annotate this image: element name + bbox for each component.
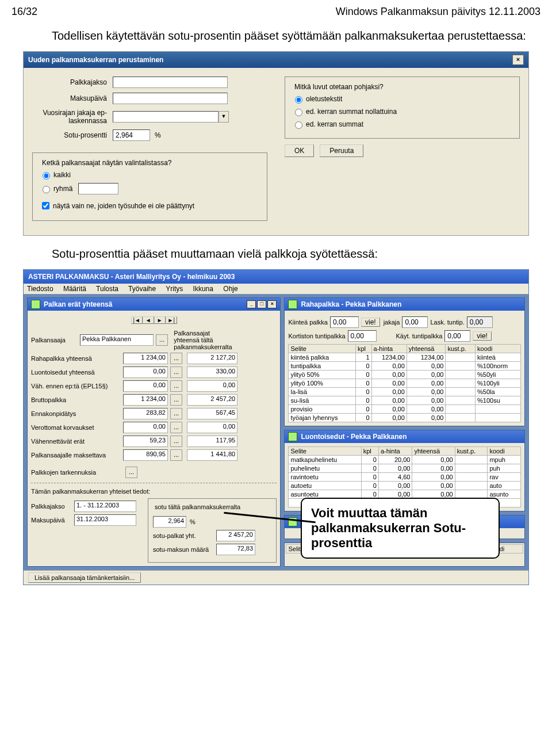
cell[interactable]: kiinteä xyxy=(476,353,521,362)
cell[interactable]: 0,00 xyxy=(407,388,446,396)
menu-item[interactable]: Tiedosto xyxy=(27,285,53,293)
radio-nollattuina[interactable] xyxy=(295,109,302,116)
add-employee-button[interactable]: Lisää palkansaaja tämänkertaisiin... xyxy=(28,572,141,583)
cell[interactable]: ylityö 100% xyxy=(289,379,356,388)
cell[interactable]: 0,00 xyxy=(371,388,407,396)
cell[interactable]: 0 xyxy=(361,473,378,482)
cell[interactable] xyxy=(476,405,521,414)
cell[interactable]: rav xyxy=(488,473,521,482)
cell[interactable]: 0,00 xyxy=(412,473,455,482)
cell[interactable]: 0,00 xyxy=(412,482,455,490)
cell[interactable]: 0,00 xyxy=(371,371,407,379)
kiintea-input[interactable] xyxy=(330,316,359,328)
cell[interactable]: matkapuhelinetu xyxy=(289,456,361,464)
sotu-input[interactable] xyxy=(113,129,150,141)
nav-prev-icon[interactable]: ◄ xyxy=(143,316,154,324)
cell[interactable]: 0,00 xyxy=(378,464,412,473)
close-icon[interactable]: × xyxy=(267,300,277,308)
cell[interactable]: työajan lyhennys xyxy=(289,414,356,422)
maksupaiva-input[interactable] xyxy=(113,93,228,104)
cell[interactable] xyxy=(446,414,476,422)
cell[interactable]: mpuh xyxy=(488,456,521,464)
detail-button[interactable]: ... xyxy=(170,422,182,433)
cell[interactable] xyxy=(446,388,476,396)
cell[interactable]: 1234,00 xyxy=(371,353,407,362)
cell[interactable]: 0 xyxy=(355,388,371,396)
nav-next-icon[interactable]: ► xyxy=(154,316,166,324)
cell[interactable]: la-lisä xyxy=(289,388,356,396)
detail-button[interactable]: ... xyxy=(170,449,182,461)
cell[interactable]: %100norm xyxy=(476,362,521,371)
cell[interactable]: 0,00 xyxy=(378,482,412,490)
ok-button[interactable]: OK xyxy=(285,144,314,157)
cell[interactable]: 0,00 xyxy=(412,456,455,464)
menu-item[interactable]: Ohje xyxy=(223,285,237,293)
cell[interactable]: 20,00 xyxy=(378,456,412,464)
detail-button[interactable]: ... xyxy=(170,353,182,364)
cell[interactable]: 1234,00 xyxy=(407,353,446,362)
maximize-icon[interactable]: □ xyxy=(257,300,266,308)
chevron-down-icon[interactable]: ▼ xyxy=(218,111,229,123)
minimize-icon[interactable]: _ xyxy=(247,300,256,308)
cell[interactable] xyxy=(446,396,476,405)
nav-last-icon[interactable]: ►| xyxy=(166,316,177,324)
cell[interactable]: su-lisä xyxy=(289,396,356,405)
cell[interactable]: ravintoetu xyxy=(289,473,361,482)
chk-nayta[interactable] xyxy=(42,202,49,209)
detail-button[interactable]: ... xyxy=(170,380,182,392)
cell[interactable]: 0,00 xyxy=(407,379,446,388)
cell[interactable]: tuntipalkka xyxy=(289,362,356,371)
cell[interactable]: auto xyxy=(488,482,521,490)
detail-button[interactable]: ... xyxy=(170,394,182,406)
radio-oletus[interactable] xyxy=(295,96,302,104)
cell[interactable]: 0,00 xyxy=(407,371,446,379)
cell[interactable]: 0 xyxy=(355,379,371,388)
cell[interactable]: 0,00 xyxy=(371,396,407,405)
cell[interactable]: puhelinetu xyxy=(289,464,361,473)
cell[interactable]: 0 xyxy=(355,396,371,405)
cell[interactable]: 0 xyxy=(355,371,371,379)
cell[interactable]: 4,60 xyxy=(378,473,412,482)
rahapalkka-grid[interactable]: Selitekpla-hintayhteensäkust.p.koodikiin… xyxy=(288,344,521,422)
cell[interactable]: %100su xyxy=(476,396,521,405)
vuosirajan-combo[interactable] xyxy=(113,111,218,123)
cell[interactable]: autoetu xyxy=(289,482,361,490)
cell[interactable]: 0 xyxy=(361,482,378,490)
cell[interactable]: 0,00 xyxy=(371,405,407,414)
cell[interactable]: 0,00 xyxy=(407,414,446,422)
kayt-input[interactable] xyxy=(444,330,470,342)
sotu-pct-value[interactable]: 2,964 xyxy=(153,516,186,528)
cell[interactable]: 0,00 xyxy=(371,379,407,388)
palkkajakso-input[interactable] xyxy=(113,77,228,88)
cell[interactable]: 0,00 xyxy=(407,362,446,371)
cell[interactable]: 0 xyxy=(355,405,371,414)
cell[interactable] xyxy=(455,456,488,464)
jakaja-input[interactable] xyxy=(402,316,428,328)
tarkennuksia-button[interactable]: ... xyxy=(125,467,137,478)
browse-button[interactable]: ... xyxy=(156,334,168,346)
radio-summat[interactable] xyxy=(295,121,302,129)
cell[interactable] xyxy=(446,353,476,362)
cell[interactable]: 0 xyxy=(355,362,371,371)
cell[interactable]: %50yli xyxy=(476,371,521,379)
cell[interactable]: 0,00 xyxy=(412,464,455,473)
cell[interactable]: provisio xyxy=(289,405,356,414)
cell[interactable]: 0,00 xyxy=(371,414,407,422)
cell[interactable]: 0 xyxy=(361,464,378,473)
cell[interactable]: 0 xyxy=(355,414,371,422)
vie-button[interactable]: vie! xyxy=(361,318,380,327)
cell[interactable] xyxy=(455,482,488,490)
detail-button[interactable]: ... xyxy=(170,436,182,447)
menu-item[interactable]: Yritys xyxy=(166,285,183,293)
cell[interactable]: 0,00 xyxy=(371,362,407,371)
kortiston-input[interactable] xyxy=(348,330,377,342)
menu-item[interactable]: Tulosta xyxy=(96,285,118,293)
detail-button[interactable]: ... xyxy=(170,408,182,419)
maksupaiva-value[interactable]: 31.12.2003 xyxy=(74,514,136,526)
cell[interactable] xyxy=(446,371,476,379)
cell[interactable] xyxy=(455,473,488,482)
close-icon[interactable]: × xyxy=(512,55,524,65)
cell[interactable]: ylityö 50% xyxy=(289,371,356,379)
menu-item[interactable]: Määritä xyxy=(63,285,86,293)
cell[interactable]: 0,00 xyxy=(407,405,446,414)
